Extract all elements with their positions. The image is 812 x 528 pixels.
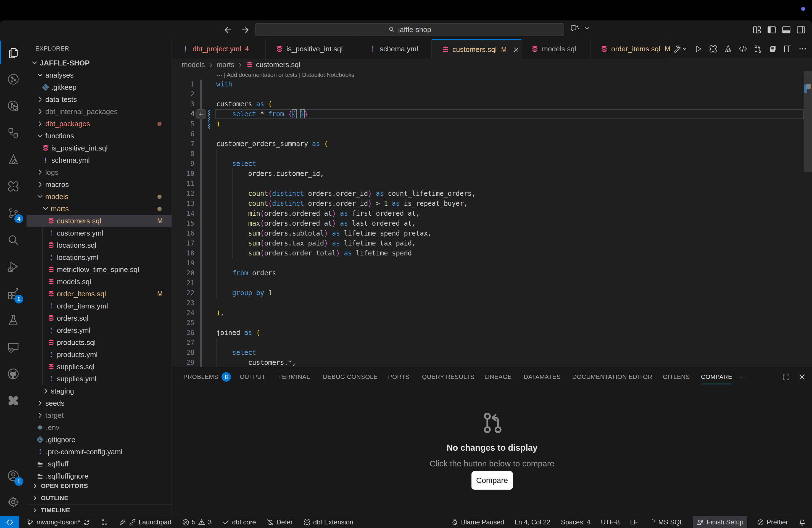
tree-item-metricflow_time_spine.sql[interactable]: metricflow_time_spine.sql [27, 263, 172, 276]
chevron-right-icon[interactable] [37, 108, 44, 115]
tree-item-customers.yml[interactable]: customers.yml [27, 227, 172, 239]
tree-item-models[interactable]: models [27, 191, 172, 203]
maximize-panel-icon[interactable] [782, 372, 791, 381]
tree-item-customers.sql[interactable]: customers.sqlM [27, 215, 172, 227]
chevron-down-icon[interactable] [42, 205, 49, 212]
tree-item-locations.sql[interactable]: locations.sql [27, 239, 172, 251]
tree-root-jaffle-shop[interactable]: JAFFLE-SHOP [27, 57, 172, 69]
tree-item-orders.sql[interactable]: orders.sql [27, 312, 172, 324]
tree-item-order_items.yml[interactable]: order_items.yml [27, 300, 172, 312]
panel-tab-terminal[interactable]: TERMINAL [278, 367, 310, 386]
panel-tab-ports[interactable]: PORTS [388, 367, 410, 386]
code-icon[interactable] [739, 44, 748, 53]
customize-layout-icon[interactable] [752, 25, 762, 34]
activity-bar-item-run-debug[interactable] [0, 253, 27, 280]
build-hammer-icon[interactable] [672, 44, 688, 53]
status-item-defer[interactable]: Defer [265, 516, 294, 528]
tree-item-products.yml[interactable]: products.yml [27, 349, 172, 361]
tab-dbt_project.yml[interactable]: dbt_project.yml4 [172, 39, 266, 59]
history-forward-button[interactable] [240, 25, 250, 35]
tree-item-analyses[interactable]: analyses [27, 69, 172, 81]
copy-table-icon[interactable] [768, 44, 777, 53]
panel-tab--[interactable]: ··· [740, 367, 746, 386]
breadcrumb-folder[interactable]: models [182, 60, 205, 69]
chevron-down-icon[interactable] [31, 59, 38, 67]
activity-bar-item-lineage[interactable] [0, 66, 27, 92]
tab-is_positive_int.sql[interactable]: is_positive_int.sql [266, 39, 359, 59]
tree-item-products.sql[interactable]: products.sql [27, 336, 172, 349]
status-item-spaces-4[interactable]: Spaces: 4 [560, 516, 592, 528]
panel-tab-gitlens[interactable]: GITLENS [663, 367, 690, 386]
panel-tab-documentation-editor[interactable]: DOCUMENTATION EDITOR [572, 367, 652, 386]
status-item-ln-4-col-22[interactable]: Ln 4, Col 22 [513, 516, 551, 528]
panel-tab-query-results[interactable]: QUERY RESULTS [422, 367, 475, 386]
panel-tab-lineage[interactable]: LINEAGE [484, 367, 512, 386]
activity-bar-item-settings[interactable] [0, 489, 27, 515]
chevron-right-icon[interactable] [37, 400, 44, 407]
close-icon[interactable] [512, 46, 520, 53]
status-item-bell-icon[interactable] [797, 516, 807, 528]
breadcrumb[interactable]: modelsmartscustomers.sql [172, 59, 812, 71]
activity-bar-item-remote-explorer[interactable] [0, 334, 27, 361]
tab-order_items.sql[interactable]: order_items.sqlM [591, 39, 668, 59]
tree-item-supplies.sql[interactable]: supplies.sql [27, 361, 172, 373]
tree-item-schema.yml[interactable]: schema.yml [27, 154, 172, 166]
breadcrumb-file[interactable]: customers.sql [256, 60, 300, 69]
activity-bar-item-testing[interactable] [0, 307, 27, 334]
status-item-blame-paused[interactable]: Blame Paused [450, 516, 505, 528]
tree-item-seeds[interactable]: seeds [27, 397, 172, 409]
tree-item-is_positive_int.sql[interactable]: is_positive_int.sql [27, 142, 172, 154]
chevron-down-icon[interactable] [37, 193, 44, 200]
tree-item-dbt_internal_packages[interactable]: dbt_internal_packages [27, 105, 172, 118]
panel-tab-compare[interactable]: COMPARE [701, 367, 732, 386]
command-center-search[interactable]: jaffle-shop [255, 23, 564, 36]
chevron-right-icon[interactable] [37, 96, 44, 103]
tab-models.sql[interactable]: models.sql [521, 39, 591, 59]
sidebar-section-outline[interactable]: OUTLINE [27, 492, 172, 504]
activity-bar-item-github[interactable] [0, 361, 27, 387]
tree-item-.pre-commit-config.yaml[interactable]: .pre-commit-config.yaml [27, 446, 172, 458]
chevron-down-icon[interactable] [37, 72, 44, 79]
tree-item-.sqlfluff[interactable]: .sqlfluff [27, 458, 172, 470]
add-action-button[interactable] [195, 109, 206, 119]
compare-button[interactable]: Compare [472, 471, 513, 489]
remote-indicator[interactable] [0, 516, 19, 528]
toggle-panel-icon[interactable] [782, 25, 791, 34]
status-item-utf-8[interactable]: UTF-8 [600, 516, 621, 528]
tree-item-supplies.yml[interactable]: supplies.yml [27, 373, 172, 385]
status-item-dbt-core[interactable]: dbt core [221, 516, 257, 528]
tree-item-order_items.sql[interactable]: order_items.sqlM [27, 288, 172, 300]
dbt-star-icon[interactable] [709, 44, 717, 53]
copilot-chat-button[interactable] [570, 24, 590, 33]
activity-bar-item-references[interactable] [0, 120, 27, 146]
toggle-sidebar-icon[interactable] [767, 25, 777, 34]
close-panel-icon[interactable] [798, 372, 807, 381]
ellipsis-icon[interactable] [798, 44, 807, 53]
tab-customers.sql[interactable]: customers.sqlM [432, 39, 521, 59]
tab-schema.yml[interactable]: schema.yml [359, 39, 432, 59]
status-item-launchpad[interactable]: Launchpad [118, 516, 173, 528]
tree-item-macros[interactable]: macros [27, 178, 172, 191]
tree-item-marts[interactable]: marts [27, 203, 172, 215]
tree-item-dbt_packages[interactable]: dbt_packages [27, 118, 172, 130]
tree-item-locations.yml[interactable]: locations.yml [27, 251, 172, 263]
chevron-right-icon[interactable] [37, 181, 44, 188]
tree-item-.gitignore[interactable]: .gitignore [27, 434, 172, 446]
chevron-down-icon[interactable] [37, 132, 44, 140]
tree-item-target[interactable]: target [27, 409, 172, 421]
tree-item-orders.yml[interactable]: orders.yml [27, 324, 172, 336]
status-item-git-graph-icon[interactable] [100, 516, 110, 528]
split-editor-icon[interactable] [783, 44, 792, 53]
breadcrumb-folder[interactable]: marts [217, 60, 234, 69]
tree-item-data-tests[interactable]: data-tests [27, 93, 172, 105]
panel-tab-datamates[interactable]: DATAMATES [524, 367, 561, 386]
code-editor[interactable]: ··· | Add documentation or tests | Datap… [172, 71, 812, 367]
tree-item-.sqlfluffignore[interactable]: .sqlfluffignore [27, 470, 172, 480]
status-item-ms-sql[interactable]: MS SQL [648, 516, 685, 528]
status-item-5[interactable]: 53 [181, 516, 213, 528]
status-item-dbt-extension[interactable]: dbt Extension [302, 516, 354, 528]
codelens-actions[interactable]: ··· | Add documentation or tests | Datap… [217, 72, 354, 78]
panel-tab-output[interactable]: OUTPUT [240, 367, 265, 386]
activity-bar-item-source-control[interactable]: 4 [0, 200, 27, 226]
tree-item-functions[interactable]: functions [27, 130, 172, 142]
